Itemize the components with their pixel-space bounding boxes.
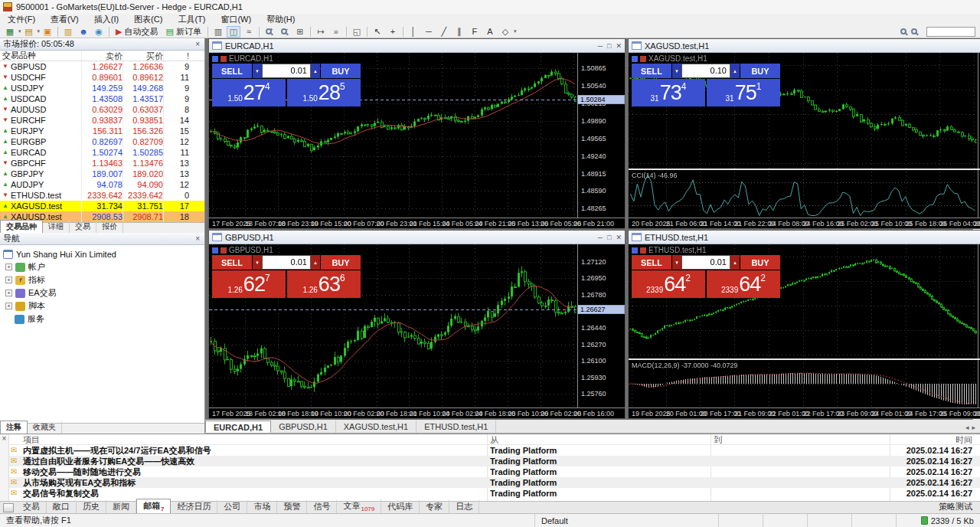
table-row[interactable]: ▲USDCAD1.435081.435179 (0, 93, 204, 104)
table-row[interactable]: ▼ETHUSD.test2339.6422339.6420 (0, 190, 204, 201)
lot-decrease-icon[interactable]: ▾ (672, 64, 681, 78)
close-icon[interactable]: × (1, 434, 8, 443)
expand-icon[interactable]: + (5, 277, 12, 283)
bar-chart-icon[interactable]: ▥ (211, 26, 225, 38)
column-header-time[interactable]: 时间 (956, 434, 972, 445)
chart-client[interactable]: 20 Feb 202521 Feb 06:0021 Feb 14:0021 Fe… (629, 53, 980, 228)
new-chart-icon[interactable]: ▦ (3, 26, 17, 38)
strategy-tester-button[interactable]: 策略测试 (931, 500, 980, 513)
buy-button[interactable]: BUY (321, 255, 361, 270)
autotrading-button[interactable]: ▶自动交易 (113, 26, 161, 38)
lot-value-field[interactable]: 0.10 (681, 64, 730, 78)
cascade-windows-icon[interactable]: ◱ (350, 26, 364, 38)
buy-button[interactable]: BUY (321, 64, 361, 78)
column-header-0[interactable]: 交易品种 (0, 51, 81, 61)
sell-price[interactable]: 1.50274 (212, 79, 286, 106)
chart-client[interactable]: 19 Feb 202520 Feb 01:0020 Feb 17:0021 Fe… (629, 244, 980, 418)
table-row[interactable]: ▼GBPUSD1.266271.266369 (0, 61, 204, 72)
trend-line-icon[interactable]: ╱ (437, 26, 451, 38)
menu-item-3[interactable]: 图表(C) (126, 14, 170, 25)
table-row[interactable]: ▲XAGUSD.test31.73431.75117 (0, 201, 204, 211)
tab-公司[interactable]: 公司 (217, 500, 247, 513)
lot-value-field[interactable]: 0.01 (262, 64, 311, 78)
close-icon[interactable]: ✕ (616, 234, 622, 241)
chart-tab-XAGUSD.test,H1[interactable]: XAGUSD.test,H1 (336, 421, 416, 433)
navigator-root[interactable]: Yun Shang Hui Xin Limited (3, 247, 204, 260)
lot-decrease-icon[interactable]: ▾ (253, 255, 262, 270)
crosshair-icon[interactable]: + (386, 26, 400, 38)
chart-window-ethusd[interactable]: ETHUSD.test,H1─□✕19 Feb 202520 Feb 01:00… (628, 230, 980, 419)
dropdown-icon[interactable]: ▾ (18, 28, 21, 34)
expand-icon[interactable]: + (5, 290, 12, 296)
table-row[interactable]: ▼GBPCHF1.134631.1347613 (0, 158, 204, 169)
new-order-button[interactable]: ▤新订单 (163, 26, 204, 38)
sidebar-item-3[interactable]: +脚本 (3, 300, 204, 313)
status-profile[interactable]: Default (534, 514, 718, 527)
scroll-to-end-icon[interactable]: ↦ (314, 26, 328, 38)
chart-window-titlebar[interactable]: GBPUSD,H1─□✕ (209, 231, 625, 244)
sidebar-item-2[interactable]: +EA交易 (3, 286, 204, 300)
column-header-2[interactable]: 买价 (122, 51, 163, 61)
chart-tab-GBPUSD,H1[interactable]: GBPUSD,H1 (271, 421, 336, 433)
menu-item-4[interactable]: 工具(T) (170, 14, 213, 25)
time-axis[interactable]: 19 Feb 202520 Feb 01:0020 Feb 17:0021 Fe… (629, 408, 980, 418)
find-symbol-icon[interactable] (911, 28, 917, 34)
buy-button[interactable]: BUY (740, 64, 780, 78)
dropdown-icon[interactable]: ▾ (514, 28, 517, 34)
table-row[interactable]: ▲GBPJPY189.007189.02013 (0, 169, 204, 179)
sell-price[interactable]: 31734 (632, 79, 705, 106)
chart-client[interactable]: 1.271201.269501.267801.264401.262701.261… (209, 244, 625, 418)
tab-scroll-right-icon[interactable]: ▸ (972, 424, 975, 431)
chart-window-gbpusd[interactable]: GBPUSD,H1─□✕1.271201.269501.267801.26440… (208, 230, 626, 419)
tab-新闻[interactable]: 新闻 (106, 500, 136, 513)
tab-文章[interactable]: 文章1079 (337, 499, 381, 513)
zoom-in-icon[interactable]: + (263, 26, 276, 38)
sell-button[interactable]: SELL (212, 64, 252, 78)
tab-敞口[interactable]: 敞口 (47, 500, 77, 513)
chart-window-titlebar[interactable]: ETHUSD.test,H1─□✕ (629, 231, 980, 244)
menu-item-2[interactable]: 插入(I) (87, 14, 126, 25)
column-header-1[interactable]: 卖价 (81, 51, 122, 61)
sidebar-item-4[interactable]: 服务 (3, 313, 204, 326)
time-axis[interactable]: 17 Feb 202518 Feb 02:0018 Feb 18:0019 Fe… (209, 408, 625, 418)
maximize-icon[interactable]: □ (607, 42, 611, 50)
chart-window-eurcad[interactable]: EURCAD,H1─□✕1.508651.505401.502151.49890… (208, 38, 626, 229)
tab-详细[interactable]: 详细 (43, 221, 70, 233)
tab-信号[interactable]: 信号 (307, 500, 337, 513)
chart-window-titlebar[interactable]: EURCAD,H1─□✕ (209, 39, 625, 53)
buy-button[interactable]: BUY (740, 255, 780, 270)
buy-price[interactable]: 1.50285 (287, 79, 361, 106)
tab-交易[interactable]: 交易 (17, 500, 47, 513)
channel-icon[interactable]: ∥ (452, 26, 466, 38)
menu-item-0[interactable]: 文件(F) (0, 14, 43, 25)
table-row[interactable]: ▼USDCHF0.896010.8961211 (0, 72, 204, 83)
maximize-icon[interactable]: □ (607, 234, 611, 241)
price-axis[interactable]: 1.508651.505401.502151.498901.495651.492… (577, 53, 625, 218)
line-chart-icon[interactable]: ≈ (242, 26, 256, 38)
chart-window-titlebar[interactable]: XAGUSD.test,H1─□✕ (629, 39, 980, 53)
table-row[interactable]: ▼EURCHF0.938370.9385114 (0, 115, 204, 126)
tab-专家[interactable]: 专家 (420, 500, 449, 513)
profiles-icon[interactable]: ▤ (22, 26, 36, 38)
toolbar-search-box[interactable] (926, 27, 975, 37)
table-row[interactable]: ▲EURCAD1.502741.5028511 (0, 147, 204, 158)
lot-increase-icon[interactable]: ▴ (311, 64, 320, 78)
toolbox-pages-icon[interactable] (3, 503, 14, 512)
sell-price[interactable]: 1.26627 (212, 270, 286, 298)
table-row[interactable]: ▼AUDUSD0.630290.630378 (0, 104, 204, 115)
menu-item-6[interactable]: 帮助(H) (259, 14, 302, 25)
chart-tab-ETHUSD.test,H1[interactable]: ETHUSD.test,H1 (416, 421, 496, 433)
time-axis[interactable]: 20 Feb 202521 Feb 06:0021 Feb 14:0021 Fe… (629, 218, 980, 228)
vertical-line-icon[interactable]: │ (407, 26, 420, 38)
tab-历史[interactable]: 历史 (77, 500, 106, 513)
horizontal-line-icon[interactable]: ─ (422, 26, 436, 38)
close-icon[interactable]: ✕ (616, 42, 622, 50)
tab-日志[interactable]: 日志 (449, 500, 479, 513)
sidebar-item-0[interactable]: +帐户 (3, 260, 204, 273)
menu-item-5[interactable]: 窗口(W) (213, 14, 259, 25)
tab-报价[interactable]: 报价 (96, 221, 123, 233)
tab-代码库[interactable]: 代码库 (381, 500, 420, 513)
chart-client[interactable]: 1.508651.505401.502151.498901.495651.492… (209, 53, 625, 228)
column-header-subject[interactable]: 项目 (23, 434, 40, 445)
table-row[interactable]: ▲AUDJPY94.07894.09012 (0, 179, 204, 190)
